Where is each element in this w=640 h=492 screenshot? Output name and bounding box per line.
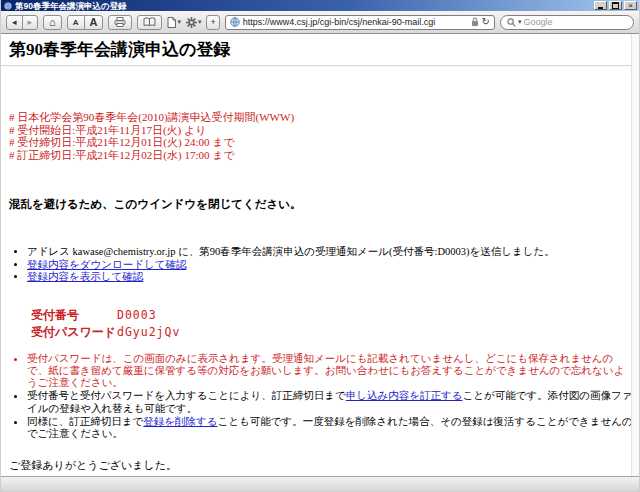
receipt-info: 受付番号D0003 受付パスワードdGyu2jQv [31, 306, 639, 341]
window-titlebar: 第90春季年会講演申込の登録 × [1, 0, 639, 11]
password-caution-item: 受付パスワードは、この画面のみに表示されます。受理通知メールにも記載されていませ… [27, 352, 633, 389]
period-line: # 受付締切日:平成21年12月01日(火) 24:00 まで [9, 136, 639, 149]
page-menu-icon [167, 17, 176, 28]
receipt-password-label: 受付パスワード [31, 325, 117, 341]
settings-menu-button[interactable]: ▾ [186, 17, 202, 28]
list-item: 登録内容を表示して確認 [27, 271, 633, 284]
url-text[interactable]: https://www4.csj.jp/cgi-bin/csj/nenkai-9… [243, 17, 468, 27]
receipt-number-value: D0003 [117, 308, 157, 322]
content-divider [1, 65, 639, 67]
font-size-group: A A [67, 15, 104, 30]
page-content: 第90春季年会講演申込の登録 # 日本化学会第90春季年会(2010)講演申込受… [1, 34, 639, 477]
page-menu-button[interactable]: ▾ [167, 17, 181, 28]
email-prefix: アドレス [27, 246, 73, 257]
download-confirm-link[interactable]: 登録内容をダウンロードして確認 [27, 259, 186, 270]
email-address: kawase@chemistry.or.jp [73, 246, 176, 257]
search-placeholder[interactable]: Google [524, 17, 627, 27]
search-magnifier-icon [507, 18, 516, 27]
font-smaller-button[interactable]: A [67, 15, 85, 30]
display-confirm-link[interactable]: 登録内容を表示して確認 [27, 271, 143, 282]
email-sent-item: アドレス kawase@chemistry.or.jp に、第90春季年会講演申… [27, 246, 633, 259]
forward-button[interactable]: ▸ [22, 15, 39, 30]
search-options-chevron-icon[interactable]: ▾ [518, 18, 522, 26]
home-button[interactable]: ⌂ [43, 15, 62, 30]
close-window-warning: 混乱を避けるため、このウインドウを閉じてください。 [9, 197, 639, 212]
application-period-notice: # 日本化学会第90春季年会(2010)講演申込受付期間(WWW) # 受付開始… [9, 111, 639, 161]
caution-list: 受付パスワードは、この画面のみに表示されます。受理通知メールにも記載されていませ… [1, 352, 633, 440]
thanks-message: ご登録ありがとうございました。 [9, 458, 639, 473]
back-button[interactable]: ◂ [6, 15, 23, 30]
deletion-prefix: 同様に、訂正締切日まで [27, 415, 143, 427]
status-bar [1, 476, 639, 491]
chevron-down-icon: ▾ [198, 18, 202, 26]
page-title: 第90春季年会講演申込の登録 [9, 40, 639, 60]
print-button[interactable] [108, 15, 132, 30]
gear-menu-icon [186, 17, 197, 28]
restore-icon [612, 2, 619, 9]
receipt-password-row: 受付パスワードdGyu2jQv [31, 323, 639, 341]
printer-icon [114, 17, 126, 27]
receipt-number-label: 受付番号 [31, 308, 117, 324]
lock-icon [471, 17, 479, 27]
restore-button[interactable] [609, 1, 622, 10]
history-nav-group: ◂ ▸ [6, 15, 38, 30]
refresh-icon[interactable]: ↻ [482, 17, 490, 27]
browser-toolbar: ◂ ▸ ⌂ A A ▾ ▾ + https://www4.csj.jp/cgi-… [1, 11, 639, 34]
bookmarks-button[interactable] [137, 15, 162, 30]
receipt-password-value: dGyu2jQv [117, 325, 180, 339]
window-globe-icon [4, 2, 12, 10]
correct-application-link[interactable]: 申し込み内容を訂正する [346, 389, 463, 401]
minimize-icon [598, 7, 603, 9]
delete-registration-link[interactable]: 登録を削除する [143, 415, 217, 427]
minimize-button[interactable] [594, 1, 607, 10]
vertical-scrollbar[interactable] [631, 34, 639, 477]
address-bar[interactable]: https://www4.csj.jp/cgi-bin/csj/nenkai-9… [225, 15, 495, 30]
email-suffix: に、第90春季年会講演申込の受理通知メール(受付番号:D0003)を送信しました… [176, 246, 555, 257]
bookmarks-book-icon [143, 17, 156, 27]
correction-item: 受付番号と受付パスワードを入力することにより、訂正締切日まで申し込み内容を訂正す… [27, 389, 633, 414]
confirmation-list: アドレス kawase@chemistry.or.jp に、第90春季年会講演申… [1, 246, 633, 284]
browser-window: 第90春季年会講演申込の登録 × ◂ ▸ ⌂ A A ▾ ▾ [0, 0, 640, 492]
new-tab-button[interactable]: + [206, 15, 219, 30]
list-item: 登録内容をダウンロードして確認 [27, 259, 633, 272]
window-title: 第90春季年会講演申込の登録 [15, 1, 594, 11]
font-larger-button[interactable]: A [84, 15, 104, 30]
correction-prefix: 受付番号と受付パスワードを入力することにより、訂正締切日まで [27, 389, 346, 401]
period-line: # 日本化学会第90春季年会(2010)講演申込受付期間(WWW) [9, 111, 639, 124]
site-favicon-globe-icon [230, 17, 240, 27]
period-line: # 受付開始日:平成21年11月17日(火) より [9, 124, 639, 137]
close-button[interactable]: × [624, 1, 637, 10]
period-line: # 訂正締切日:平成21年12月02日(水) 17:00 まで [9, 149, 639, 162]
chevron-down-icon: ▾ [177, 18, 181, 26]
receipt-number-row: 受付番号D0003 [31, 306, 639, 324]
deletion-item: 同様に、訂正締切日まで登録を削除することも可能です。一度登録を削除された場合、そ… [27, 415, 633, 440]
search-field[interactable]: ▾ Google [500, 15, 634, 30]
window-controls: × [594, 1, 637, 10]
